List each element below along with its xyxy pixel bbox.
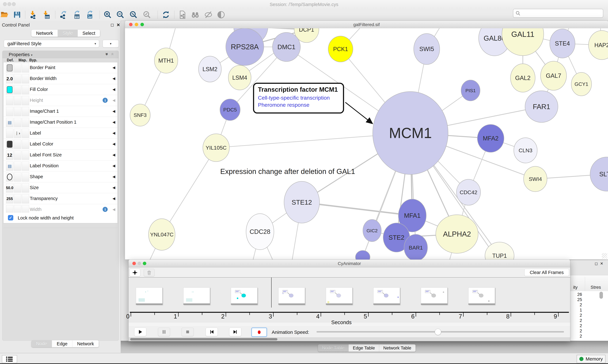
mapping-cell[interactable]	[14, 74, 21, 83]
property-row-border-width[interactable]: 2.0Border Width◀	[3, 73, 117, 84]
property-row-label-font-size[interactable]: 12Label Font Size◀	[3, 150, 117, 160]
frame-thumbnail-3[interactable]	[278, 287, 305, 305]
tab-node[interactable]: Node	[31, 340, 52, 347]
column-divider[interactable]	[585, 277, 585, 291]
expand-arrow-icon[interactable]: ◀	[112, 65, 115, 70]
bypass-cell[interactable]	[22, 194, 29, 203]
bypass-cell[interactable]	[22, 63, 29, 72]
default-value-cell[interactable]: 2.0	[6, 74, 13, 83]
bypass-cell[interactable]	[22, 96, 29, 105]
frame-thumbnail-5[interactable]	[373, 287, 400, 305]
info-icon[interactable]: i	[103, 98, 108, 103]
memory-button[interactable]: Memory	[577, 355, 606, 363]
mapping-cell[interactable]	[14, 107, 21, 116]
cyanimator-titlebar[interactable]: CyAnimator	[129, 260, 570, 267]
tab-network[interactable]: Network	[31, 30, 58, 37]
mapping-cell[interactable]: ⋮›	[14, 129, 21, 138]
refresh-button[interactable]	[162, 10, 170, 19]
bypass-cell[interactable]	[22, 85, 29, 94]
skip-to-start-button[interactable]	[206, 328, 218, 336]
delete-frame-button[interactable]	[144, 269, 154, 276]
annotation-link[interactable]: Pheromone response	[258, 102, 339, 108]
bypass-cell[interactable]	[22, 140, 29, 149]
close-panel-icon[interactable]: ✕	[117, 23, 120, 27]
export-table-button[interactable]	[72, 10, 81, 19]
task-history-button[interactable]	[2, 355, 17, 363]
default-value-cell[interactable]	[6, 107, 13, 116]
bypass-cell[interactable]	[22, 129, 29, 138]
frame-thumbnail-0[interactable]	[136, 287, 163, 305]
expand-arrow-icon[interactable]: ◀	[112, 185, 115, 190]
zoom-fit-button[interactable]	[129, 10, 138, 19]
network-edge[interactable]	[162, 148, 216, 234]
float-panel-icon[interactable]: ◻	[111, 23, 114, 27]
table-cell-value[interactable]: 2	[571, 302, 582, 308]
search-box[interactable]	[513, 9, 603, 18]
default-value-cell[interactable]	[6, 140, 13, 149]
pause-button[interactable]	[158, 328, 170, 336]
annotation-link[interactable]: Cell-type-specific transcription	[258, 95, 339, 101]
table-cell-value[interactable]: 25	[571, 297, 582, 302]
stop-button[interactable]	[182, 328, 194, 336]
bypass-cell[interactable]	[22, 74, 29, 83]
import-table-button[interactable]	[41, 10, 50, 19]
network-file-button[interactable]	[178, 10, 187, 19]
default-value-cell[interactable]	[6, 96, 13, 105]
record-button[interactable]	[251, 328, 267, 337]
table-cell-value[interactable]: 2	[571, 313, 582, 318]
style-select[interactable]: galFiltered Style ▾	[4, 40, 99, 47]
table-col-ity[interactable]: ity	[573, 285, 578, 290]
open-session-button[interactable]	[0, 10, 9, 19]
timeline-playhead[interactable]	[271, 277, 272, 308]
table-cell-value[interactable]: 2	[571, 334, 582, 339]
table-cell-value[interactable]: 2	[571, 323, 582, 329]
expand-arrow-icon[interactable]: ◀	[112, 76, 115, 81]
expand-all-icon[interactable]: »	[105, 53, 110, 55]
property-row-label[interactable]: ⋮›Label◀	[3, 128, 117, 139]
expand-arrow-icon[interactable]: ◀	[112, 131, 115, 135]
table-cell-value[interactable]: 26	[571, 292, 582, 297]
style-options-button[interactable]: ▾	[103, 40, 119, 47]
mapping-cell[interactable]	[14, 63, 21, 72]
annotation-box[interactable]: Transcription factor MCM1 Cell-type-spec…	[253, 83, 344, 114]
bypass-cell[interactable]	[22, 172, 29, 182]
expand-arrow-icon[interactable]: ◀	[112, 109, 115, 113]
table-panel-window-icons[interactable]: ◻✕	[595, 261, 606, 266]
table-scrollbar[interactable]	[599, 292, 603, 299]
property-row-transparency[interactable]: 255Transparency◀	[3, 193, 117, 204]
expand-arrow-icon[interactable]: ◀	[112, 175, 115, 179]
default-value-cell[interactable]: 255	[6, 194, 13, 203]
frame-thumbnail-4[interactable]	[326, 287, 352, 305]
cyanimator-timeline[interactable]: Seconds 0123456789	[129, 277, 570, 326]
zoom-selected-button[interactable]	[142, 10, 151, 19]
scrollbar-thumb[interactable]	[130, 338, 277, 340]
mapping-cell[interactable]	[14, 85, 21, 94]
frame-thumbnail-1[interactable]	[183, 287, 210, 305]
default-value-cell[interactable]	[6, 129, 13, 138]
play-button[interactable]	[134, 328, 146, 336]
import-network-button[interactable]	[28, 10, 37, 19]
export-image-button[interactable]	[85, 10, 94, 19]
bypass-cell[interactable]	[22, 151, 29, 160]
bypass-cell[interactable]	[22, 183, 29, 193]
zoom-out-button[interactable]	[116, 10, 125, 19]
table-cell-value[interactable]: 2	[571, 329, 582, 334]
cyanimator-scrollbar[interactable]	[129, 338, 570, 341]
export-network-button[interactable]	[59, 10, 68, 19]
property-row-height[interactable]: Heighti◀	[3, 95, 117, 106]
default-value-cell[interactable]: ▤	[6, 161, 13, 171]
network-window-titlebar[interactable]: galFiltered.sif	[125, 21, 608, 28]
collapse-all-icon[interactable]: «	[110, 53, 116, 55]
mapping-cell[interactable]	[14, 151, 21, 160]
expand-arrow-icon[interactable]: ◀	[112, 196, 115, 201]
tab-network[interactable]: Network	[72, 340, 99, 347]
tab-edge[interactable]: Edge	[52, 340, 72, 347]
zoom-in-button[interactable]	[103, 10, 112, 19]
bypass-cell[interactable]	[22, 118, 29, 127]
network-canvas[interactable]: RPS28ADCP1DMC1PCK1MTH1LSM2LSM4SNF3PDC5YI…	[125, 28, 608, 260]
table-col-stress[interactable]: Stres	[591, 285, 601, 290]
tab-network-table[interactable]: Network Table	[379, 344, 416, 352]
tab-node-table[interactable]: Node Table	[318, 344, 349, 352]
default-value-cell[interactable]	[6, 172, 13, 182]
mapping-cell[interactable]	[14, 161, 21, 171]
